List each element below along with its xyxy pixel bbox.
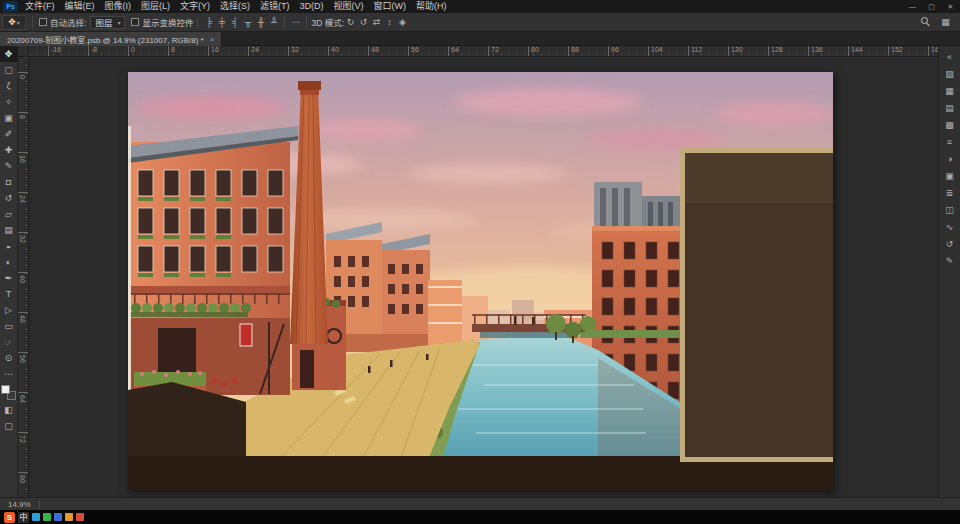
3d-rotate-icon[interactable]: ↻ [344, 15, 357, 30]
separator [32, 16, 33, 29]
type-tool[interactable]: T [0, 286, 18, 302]
align-icons: ╞╪╡╥╫╨ [202, 15, 280, 30]
paths-panel-icon[interactable]: ∿ [940, 218, 960, 235]
libraries-panel-icon[interactable]: ▣ [940, 167, 960, 184]
3d-roll-icon[interactable]: ↺ [357, 15, 370, 30]
screen-mode-icon[interactable]: ▢ [0, 418, 18, 434]
patterns-panel-icon[interactable]: ▩ [940, 116, 960, 133]
menu-item[interactable]: 帮助(H) [411, 0, 452, 13]
menu-item[interactable]: 文字(Y) [175, 0, 215, 13]
eraser-tool[interactable]: ▱ [0, 206, 18, 222]
chevron-down-icon: ▾ [17, 19, 20, 26]
document-canvas[interactable] [128, 72, 833, 490]
taskbar-tray-icon[interactable] [76, 513, 84, 521]
workspace-icon[interactable]: ▦ [939, 15, 952, 30]
tool-list: ✥ ▢ ζ ✧ ▣ ✐ ✚ [0, 46, 18, 366]
marquee-tool[interactable]: ▢ [0, 62, 18, 78]
foreground-color-swatch[interactable] [1, 385, 10, 394]
sogou-input-icon[interactable]: S [4, 512, 15, 523]
input-language-icon[interactable]: 中 [18, 512, 29, 523]
tab-close-icon[interactable]: × [210, 35, 215, 44]
swatches-panel-icon[interactable]: ▦ [940, 82, 960, 99]
menu-item[interactable]: 滤镜(T) [255, 0, 295, 13]
color-swatches[interactable] [1, 384, 16, 400]
quick-mask-icon[interactable]: ◧ [0, 402, 18, 418]
history-panel-icon[interactable]: ↺ [940, 235, 960, 252]
left-building [128, 126, 298, 396]
align-top-icon[interactable]: ╥ [241, 15, 254, 30]
tools-panel: ✥ ▢ ζ ✧ ▣ ✐ ✚ [0, 46, 18, 497]
ruler-number: 40 [328, 46, 368, 56]
document-tab-title: 20200709-制图小教室.psb @ 14.9% (231007, RGB/… [7, 34, 204, 45]
properties-panel-icon[interactable]: ≡ [940, 133, 960, 150]
dodge-tool[interactable]: ◐ [0, 254, 18, 270]
horizontal-ruler[interactable]: -16-808162432404856647280889610411212012… [29, 46, 938, 57]
menu-item[interactable]: 3D(D) [295, 0, 329, 13]
eyedropper-tool[interactable]: ✐ [0, 126, 18, 142]
clone-stamp-tool[interactable]: ◘ [0, 174, 18, 190]
more-options-icon[interactable]: ⋯ [289, 15, 302, 30]
document-tab[interactable]: 20200709-制图小教室.psb @ 14.9% (231007, RGB/… [0, 32, 222, 46]
gradients-panel-icon[interactable]: ▤ [940, 99, 960, 116]
minimize-button[interactable]: — [903, 0, 922, 13]
ruler-origin-corner[interactable] [18, 46, 29, 57]
move-tool[interactable]: ✥ [0, 46, 18, 62]
3d-pan-icon[interactable]: ⇄ [370, 15, 383, 30]
taskbar-tray-icon[interactable] [43, 513, 51, 521]
history-brush-tool[interactable]: ↺ [0, 190, 18, 206]
color-panel-icon[interactable]: ▨ [940, 65, 960, 82]
shape-tool[interactable]: ▭ [0, 318, 18, 334]
vertical-ruler[interactable]: 08162432404856647280 [18, 57, 29, 497]
menu-item[interactable]: 选择(S) [215, 0, 255, 13]
align-middle-icon[interactable]: ╫ [254, 15, 267, 30]
canvas-area[interactable] [29, 57, 938, 497]
zoom-tool[interactable]: ⊙ [0, 350, 18, 366]
adjustments-panel-icon[interactable]: ◑ [940, 150, 960, 167]
align-bottom-icon[interactable]: ╨ [267, 15, 280, 30]
align-left-icon[interactable]: ╞ [202, 15, 215, 30]
auto-select-checkbox[interactable] [39, 18, 47, 26]
menu-items: 文件(F)编辑(E)图像(I)图层(L)文字(Y)选择(S)滤镜(T)3D(D)… [20, 0, 452, 13]
channels-panel-icon[interactable]: ◫ [940, 201, 960, 218]
menu-item[interactable]: 视图(V) [329, 0, 369, 13]
taskbar-tray-icon[interactable] [32, 513, 40, 521]
ruler-number: 48 [368, 46, 408, 56]
layers-panel-icon[interactable]: ≣ [940, 184, 960, 201]
pen-tool[interactable]: ✒ [0, 270, 18, 286]
healing-brush-tool[interactable]: ✚ [0, 142, 18, 158]
brushes-panel-icon[interactable]: ✎ [940, 252, 960, 269]
collapse-panels-icon[interactable]: « [940, 48, 960, 65]
taskbar-tray-icon[interactable] [54, 513, 62, 521]
3d-scale-icon[interactable]: ◈ [396, 15, 409, 30]
3d-slide-icon[interactable]: ↕ [383, 15, 396, 30]
crop-tool[interactable]: ▣ [0, 110, 18, 126]
tool-preset-icon[interactable]: ✥ ▾ [2, 15, 26, 30]
window-controls: — ▢ ✕ [903, 0, 960, 13]
maximize-button[interactable]: ▢ [922, 0, 941, 13]
close-button[interactable]: ✕ [941, 0, 960, 13]
path-selection-tool[interactable]: ▷ [0, 302, 18, 318]
menu-item[interactable]: 图层(L) [136, 0, 175, 13]
menu-item[interactable]: 文件(F) [20, 0, 60, 13]
menu-item[interactable]: 图像(I) [100, 0, 137, 13]
menu-item[interactable]: 编辑(E) [60, 0, 100, 13]
blur-tool[interactable]: ◒ [0, 238, 18, 254]
options-bar: ✥ ▾ 自动选择: 图层 ▾ 显示变换控件 ╞╪╡╥╫╨ ⋯ 3D 模式: ↻↺… [0, 13, 960, 32]
align-center-horizontal-icon[interactable]: ╪ [215, 15, 228, 30]
brush-tool[interactable]: ✎ [0, 158, 18, 174]
lasso-tool[interactable]: ζ [0, 78, 18, 94]
hand-tool[interactable]: ☞ [0, 334, 18, 350]
align-right-icon[interactable]: ╡ [228, 15, 241, 30]
windows-taskbar: S 中 [0, 510, 960, 524]
show-transform-checkbox[interactable] [131, 18, 139, 26]
ruler-number: 104 [648, 46, 688, 56]
taskbar-tray-icon[interactable] [65, 513, 73, 521]
menu-item[interactable]: 窗口(W) [369, 0, 412, 13]
gradient-tool[interactable]: ▤ [0, 222, 18, 238]
auto-select-dropdown[interactable]: 图层 ▾ [90, 16, 125, 29]
edit-toolbar-icon[interactable]: ⋯ [0, 366, 18, 382]
quick-selection-tool[interactable]: ✧ [0, 94, 18, 110]
zoom-level[interactable]: 14.9% [8, 500, 31, 509]
ruler-number: 24 [248, 46, 288, 56]
search-icon[interactable] [921, 17, 931, 27]
